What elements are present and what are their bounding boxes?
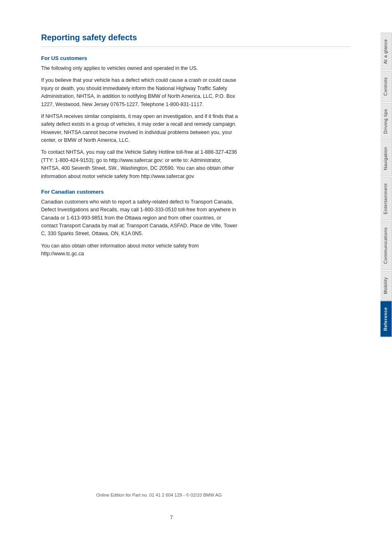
sidebar-item-communications[interactable]: Communications (380, 221, 392, 270)
page-title: Reporting safety defects (41, 33, 351, 47)
us-para-4: To contact NHTSA, you may call the Vehic… (41, 148, 238, 180)
canadian-para-2: You can also obtain other information ab… (41, 242, 238, 258)
us-customers-heading: For US customers (41, 55, 351, 61)
sidebar-item-mobility[interactable]: Mobility (380, 271, 392, 300)
us-para-2: If you believe that your vehicle has a d… (41, 76, 238, 109)
sidebar-item-navigation[interactable]: Navigation (380, 141, 392, 176)
canadian-customers-heading: For Canadian customers (41, 189, 351, 195)
canadian-para-1: Canadian customers who wish to report a … (41, 198, 238, 238)
sidebar-item-driving-tips[interactable]: Driving tips (380, 103, 392, 140)
sidebar: At a glance Controls Driving tips Naviga… (367, 0, 392, 555)
us-customers-section: For US customers The following only appl… (41, 55, 351, 180)
footer-area: 7 Online Edition for Part no. 01 41 2 60… (0, 515, 343, 522)
sidebar-item-reference[interactable]: Reference (380, 301, 392, 337)
canadian-customers-section: For Canadian customers Canadian customer… (41, 189, 351, 258)
footer-text: Online Edition for Part no. 01 41 2 604 … (0, 493, 318, 497)
main-content: Reporting safety defects For US customer… (0, 0, 367, 555)
page-container: Reporting safety defects For US customer… (0, 0, 392, 555)
us-para-1: The following only applies to vehicles o… (41, 65, 238, 72)
sidebar-item-at-a-glance[interactable]: At a glance (380, 33, 392, 70)
sidebar-item-entertainment[interactable]: Entertainment (380, 177, 392, 220)
sidebar-item-controls[interactable]: Controls (380, 71, 392, 102)
page-number: 7 (170, 515, 173, 520)
us-para-3: If NHTSA receives similar complaints, it… (41, 113, 238, 145)
